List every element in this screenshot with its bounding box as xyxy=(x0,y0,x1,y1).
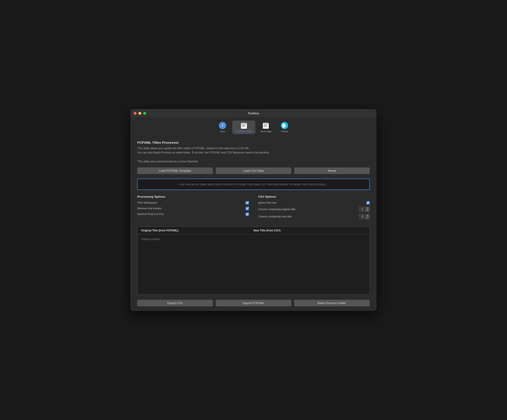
original-title-col-option: Column containing original title: 1 ▲ ▼ xyxy=(258,207,370,212)
load-csv-button[interactable]: Load CSV Data xyxy=(216,167,291,174)
new-title-stepper[interactable]: 3 ▲ ▼ xyxy=(359,214,370,219)
original-title-increment[interactable]: ▲ xyxy=(366,207,370,209)
empty-message: Nothing loaded. xyxy=(141,238,160,241)
ignore-first-row-control xyxy=(366,201,370,205)
tab-fcpxml-label: FCPXML Titles xyxy=(235,130,252,133)
tab-bar: i Intro FCPX xyxy=(130,118,377,136)
bottom-button-row: Export CSV Export FCPXML Batch Process F… xyxy=(137,300,370,306)
remove-linebreaks-checkbox[interactable] xyxy=(246,207,249,210)
ignore-first-row-checkbox[interactable] xyxy=(366,201,370,205)
main-button-row: Load FCPXML Template Load CSV Data Reset xyxy=(137,167,370,174)
col-header-original: Original Title (from FCPXML) xyxy=(141,229,254,232)
app-window: Toolbox i Intro xyxy=(130,109,377,311)
export-fcpxml-button[interactable]: Export FCPXML xyxy=(216,300,291,306)
svg-rect-19 xyxy=(267,123,268,123)
new-title-increment[interactable]: ▲ xyxy=(366,214,370,217)
svg-rect-13 xyxy=(264,125,267,125)
original-title-col-control: 1 ▲ ▼ xyxy=(359,207,370,212)
tab-vimeo[interactable]: v Vimeo xyxy=(276,120,292,134)
desc-commission: This utility was commissioned by Connor … xyxy=(137,160,198,163)
svg-rect-7 xyxy=(243,123,243,123)
new-title-stepper-buttons: ▲ ▼ xyxy=(366,214,370,219)
tab-shot-data-label: Shot Data xyxy=(260,130,272,133)
trim-whitespace-control xyxy=(246,201,249,205)
data-table-body: Nothing loaded. xyxy=(137,234,370,294)
batch-process-button[interactable]: Batch Process Folder xyxy=(294,300,370,306)
new-title-decrement[interactable]: ▼ xyxy=(366,217,370,219)
send-to-fcp-option: Send to Final Cut Pro: xyxy=(137,213,249,216)
tab-intro-label: Intro xyxy=(220,130,225,133)
desc-line2: You can also Batch Process an entire fol… xyxy=(137,151,270,154)
reset-button[interactable]: Reset xyxy=(294,167,370,174)
svg-rect-3 xyxy=(242,125,245,125)
svg-rect-6 xyxy=(242,123,242,123)
processing-options-heading: Processing Options xyxy=(137,195,249,198)
info-icon: i xyxy=(219,122,226,129)
tab-shot-data[interactable]: Shot Data xyxy=(257,120,275,134)
maximize-button[interactable] xyxy=(143,112,146,115)
tab-fcpxml-titles[interactable]: FCPXML Titles xyxy=(232,120,255,134)
remove-linebreaks-control xyxy=(246,207,249,210)
original-title-stepper[interactable]: 1 ▲ ▼ xyxy=(359,207,370,212)
svg-rect-9 xyxy=(245,123,246,123)
window-title: Toolbox xyxy=(248,112,259,115)
trim-whitespace-option: Trim whitespace: xyxy=(137,201,249,205)
data-table: Original Title (from FCPXML) New Title (… xyxy=(137,226,370,295)
csv-options-heading: CSV Options xyxy=(258,195,370,198)
remove-linebreaks-label: Remove line breaks: xyxy=(137,207,162,210)
minimize-button[interactable] xyxy=(138,112,141,115)
svg-rect-10 xyxy=(263,122,269,129)
main-content: FCPXML Titles Processor This utility all… xyxy=(130,136,377,311)
data-table-header: Original Title (from FCPXML) New Title (… xyxy=(137,227,370,234)
svg-rect-8 xyxy=(244,123,245,123)
ignore-first-row-label: Ignore first row: xyxy=(258,201,277,204)
new-title-col-control: 3 ▲ ▼ xyxy=(359,214,370,219)
svg-rect-16 xyxy=(264,123,264,123)
trim-whitespace-label: Trim whitespace: xyxy=(137,201,158,204)
desc-line1: This utility allows you update the title… xyxy=(137,147,249,150)
send-to-fcp-control xyxy=(246,213,249,216)
original-title-col-label: Column containing original title: xyxy=(258,208,296,211)
svg-rect-0 xyxy=(241,122,247,129)
original-title-decrement[interactable]: ▼ xyxy=(366,209,370,212)
drag-drop-area[interactable]: YOU CAN ALSO DRAG AND DROP PROJECTS FROM… xyxy=(137,179,370,190)
csv-options: CSV Options Ignore first row: Column con… xyxy=(258,195,370,221)
new-title-col-label: Column containing new title: xyxy=(258,215,292,218)
send-to-fcp-label: Send to Final Cut Pro: xyxy=(137,213,164,216)
svg-rect-4 xyxy=(242,126,246,126)
svg-rect-14 xyxy=(264,126,268,126)
load-fcpxml-button[interactable]: Load FCPXML Template xyxy=(137,167,213,174)
shot-data-icon xyxy=(262,122,269,129)
export-csv-button[interactable]: Export CSV xyxy=(137,300,213,306)
drag-drop-text: YOU CAN ALSO DRAG AND DROP PROJECTS FROM… xyxy=(179,183,328,186)
processor-description: This utility allows you update the title… xyxy=(137,146,370,164)
svg-rect-2 xyxy=(242,124,246,124)
processing-options: Processing Options Trim whitespace: Remo… xyxy=(137,195,249,221)
processor-title: FCPXML Titles Processor xyxy=(137,141,370,145)
svg-rect-17 xyxy=(265,123,265,123)
window-controls xyxy=(134,112,146,115)
new-title-col-option: Column containing new title: 3 ▲ ▼ xyxy=(258,214,370,219)
svg-rect-15 xyxy=(264,127,266,127)
vimeo-icon: v xyxy=(281,122,288,129)
svg-text:v: v xyxy=(283,124,285,127)
fcpxml-icon xyxy=(240,122,247,129)
svg-rect-12 xyxy=(264,124,268,124)
col-header-new: New Title (from CSV) xyxy=(254,229,366,232)
send-to-fcp-checkbox[interactable] xyxy=(246,213,249,216)
close-button[interactable] xyxy=(134,112,137,115)
original-title-stepper-buttons: ▲ ▼ xyxy=(366,207,370,212)
tab-intro[interactable]: i Intro xyxy=(215,120,231,134)
titlebar: Toolbox xyxy=(130,109,377,118)
options-row: Processing Options Trim whitespace: Remo… xyxy=(137,195,370,221)
new-title-value: 3 xyxy=(359,214,366,219)
original-title-value: 1 xyxy=(359,207,366,211)
trim-whitespace-checkbox[interactable] xyxy=(246,201,249,205)
svg-rect-5 xyxy=(242,127,244,127)
tab-vimeo-label: Vimeo xyxy=(281,130,288,133)
remove-linebreaks-option: Remove line breaks: xyxy=(137,207,249,210)
svg-rect-18 xyxy=(266,123,267,123)
ignore-first-row-option: Ignore first row: xyxy=(258,201,370,205)
